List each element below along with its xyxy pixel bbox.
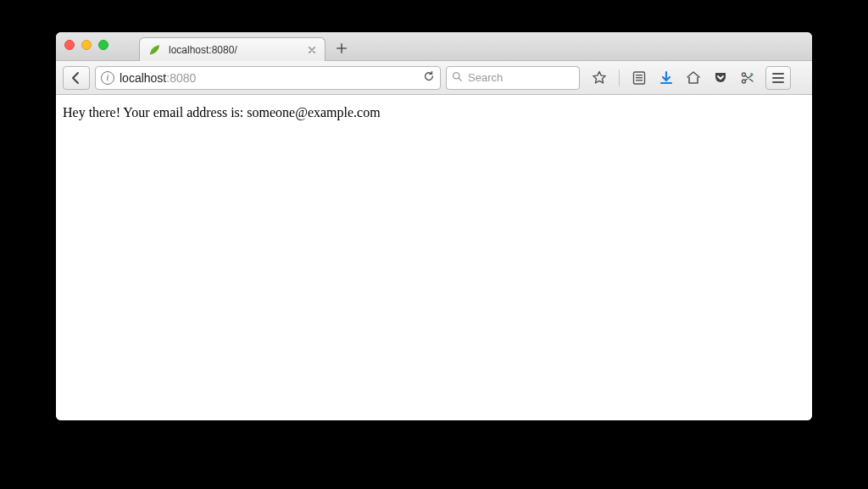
reader-sidebar-icon[interactable]: [632, 70, 647, 86]
window-minimize-button[interactable]: [81, 40, 92, 50]
svg-rect-3: [636, 77, 643, 78]
refresh-button[interactable]: [423, 70, 435, 85]
tab-close-button[interactable]: [306, 44, 318, 56]
hamburger-menu-button[interactable]: [765, 66, 791, 90]
bookmarks-star-icon[interactable]: [592, 70, 607, 86]
back-button[interactable]: [63, 66, 90, 90]
window-controls: [64, 40, 108, 50]
svg-rect-4: [636, 80, 643, 81]
page-content: Hey there! Your email address is: someon…: [56, 95, 812, 420]
new-tab-button[interactable]: [331, 39, 353, 58]
url-port: :8080: [166, 71, 196, 85]
svg-point-0: [453, 72, 459, 78]
search-input[interactable]: Search: [446, 66, 580, 90]
search-icon: [452, 71, 463, 85]
svg-point-7: [750, 73, 753, 75]
pocket-icon[interactable]: [713, 70, 728, 86]
browser-tab[interactable]: localhost:8080/: [139, 37, 326, 61]
search-placeholder: Search: [468, 71, 503, 84]
downloads-icon[interactable]: [659, 70, 674, 86]
spring-leaf-icon: [148, 43, 162, 57]
screenshot-scissors-icon[interactable]: [740, 70, 755, 86]
toolbar-icons: [592, 69, 755, 86]
address-bar: i localhost:8080 Search: [56, 61, 812, 95]
toolbar-divider: [619, 69, 620, 86]
window-close-button[interactable]: [64, 40, 75, 50]
svg-rect-2: [636, 75, 643, 75]
tab-title: localhost:8080/: [169, 44, 299, 56]
browser-window: localhost:8080/ i localhost:8080 S: [56, 32, 812, 420]
site-info-icon[interactable]: i: [101, 71, 114, 85]
url-host: localhost: [120, 71, 166, 85]
page-body-text: Hey there! Your email address is: someon…: [63, 105, 381, 119]
url-input[interactable]: i localhost:8080: [95, 66, 441, 90]
home-icon[interactable]: [686, 70, 701, 86]
titlebar: localhost:8080/: [56, 32, 812, 61]
window-maximize-button[interactable]: [98, 40, 108, 50]
